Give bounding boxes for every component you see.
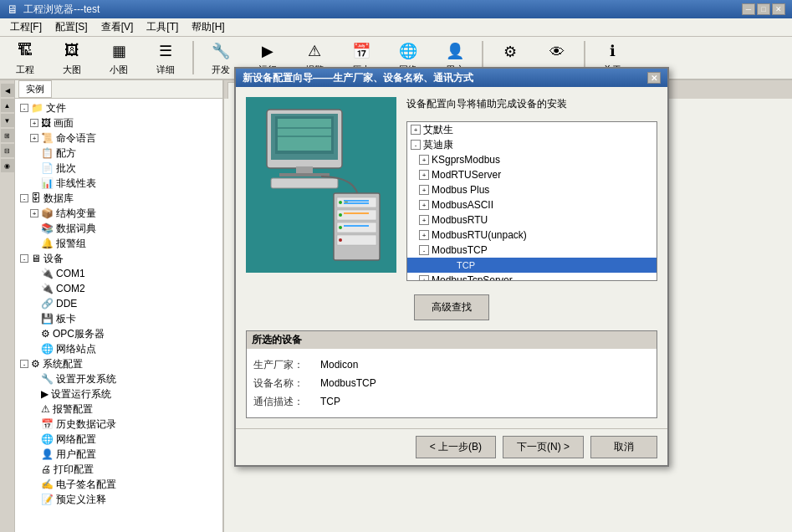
opc-label: OPC服务器 bbox=[53, 327, 105, 341]
tree-node-sys-config[interactable]: - ⚙ 系统配置 bbox=[17, 356, 221, 371]
esign-cfg-label: 电子签名配置 bbox=[56, 478, 116, 492]
tl-node-ksgprs[interactable]: + KSgprsModbus bbox=[407, 152, 657, 167]
side-icon-5[interactable]: ⊟ bbox=[1, 144, 14, 157]
tl-expand-modrtu[interactable]: + bbox=[419, 170, 429, 180]
menu-project[interactable]: 工程[F] bbox=[3, 18, 49, 36]
tl-node-aimousheng[interactable]: + 艾默生 bbox=[407, 122, 657, 137]
tree-node-network-node[interactable]: 🌐 网络站点 bbox=[17, 341, 221, 356]
svg-rect-22 bbox=[344, 225, 369, 227]
tree-node-dde[interactable]: 🔗 DDE bbox=[17, 296, 221, 311]
toolbar-small-view-label: 小图 bbox=[110, 64, 128, 76]
tree-node-board[interactable]: 💾 板卡 bbox=[17, 311, 221, 326]
expand-devices[interactable]: - bbox=[20, 254, 28, 263]
tree-node-alarm-cfg[interactable]: ⚠ 报警配置 bbox=[17, 402, 221, 417]
tree-node-history-data[interactable]: 📅 历史数据记录 bbox=[17, 417, 221, 432]
expand-files[interactable]: - bbox=[20, 104, 28, 112]
tl-node-modbus-ascii[interactable]: + ModbusASCII bbox=[407, 197, 657, 212]
tree-node-nonlinear[interactable]: 📊 非线性表 bbox=[17, 176, 221, 191]
side-icon-2[interactable]: ▲ bbox=[1, 99, 14, 112]
com2-icon: 🔌 bbox=[41, 283, 54, 294]
com1-icon: 🔌 bbox=[41, 268, 54, 279]
side-icon-6[interactable]: ◉ bbox=[1, 159, 14, 172]
alarm-icon: ⚠ bbox=[303, 39, 326, 62]
manufacturer-tree[interactable]: + 艾默生 - 莫迪康 + KSgprsModbus + ModRTUServ bbox=[406, 121, 657, 281]
history-icon: 📅 bbox=[350, 39, 373, 62]
tree-node-devices[interactable]: - 🖥 设备 bbox=[17, 251, 221, 266]
tl-expand-modbus-tcp-server[interactable]: + bbox=[419, 275, 429, 281]
tree-node-user-cfg[interactable]: 👤 用户配置 bbox=[17, 447, 221, 462]
expand-struct-var[interactable]: + bbox=[30, 209, 38, 217]
cancel-button[interactable]: 取消 bbox=[590, 436, 657, 458]
run-sys-icon: ▶ bbox=[41, 388, 49, 400]
tl-node-modikon[interactable]: - 莫迪康 bbox=[407, 137, 657, 152]
menu-tools[interactable]: 工具[T] bbox=[140, 18, 185, 36]
menu-config[interactable]: 配置[S] bbox=[49, 18, 95, 36]
advanced-search-button[interactable]: 高级查找 bbox=[414, 294, 489, 320]
minimize-button[interactable]: ─ bbox=[742, 3, 755, 15]
tree-node-dev-sys[interactable]: 🔧 设置开发系统 bbox=[17, 371, 221, 386]
tree-node-com2[interactable]: 🔌 COM2 bbox=[17, 281, 221, 296]
predefine-label: 预定义注释 bbox=[56, 493, 106, 507]
toolbar-detail-label: 详细 bbox=[156, 64, 175, 76]
tree-node-print-cfg[interactable]: 🖨 打印配置 bbox=[17, 462, 221, 477]
dialog-close-button[interactable]: ✕ bbox=[647, 72, 661, 84]
expand-commands[interactable]: + bbox=[30, 134, 38, 142]
tree-node-screens[interactable]: + 🖼 画面 bbox=[17, 115, 221, 130]
tl-label-tcp: TCP bbox=[452, 260, 480, 270]
tree-node-predefine[interactable]: 📝 预定义注释 bbox=[17, 492, 221, 507]
tl-node-modbus-tcp-server[interactable]: + ModbusTcpServer bbox=[407, 273, 657, 281]
tl-expand-modbus-tcp[interactable]: - bbox=[419, 245, 429, 255]
expand-sys-config[interactable]: - bbox=[20, 360, 28, 368]
expand-database[interactable]: - bbox=[20, 194, 28, 202]
expand-screens[interactable]: + bbox=[30, 119, 38, 127]
tl-expand-aimousheng[interactable]: + bbox=[411, 125, 421, 135]
tree-node-net-cfg[interactable]: 🌐 网络配置 bbox=[17, 432, 221, 447]
tl-node-modrtu[interactable]: + ModRTUServer bbox=[407, 167, 657, 182]
svg-point-18 bbox=[339, 238, 342, 242]
tree-node-opc[interactable]: ⚙ OPC服务器 bbox=[17, 326, 221, 341]
maximize-button[interactable]: □ bbox=[757, 3, 770, 15]
tl-node-modbusrtu-unpack[interactable]: + ModbusRTU(unpack) bbox=[407, 228, 657, 243]
run-icon: ▶ bbox=[256, 39, 279, 62]
tree-node-run-sys[interactable]: ▶ 设置运行系统 bbox=[17, 386, 221, 402]
tl-node-modbus-rtu[interactable]: + ModbusRTU bbox=[407, 212, 657, 228]
prev-button[interactable]: < 上一步(B) bbox=[416, 436, 496, 458]
close-button[interactable]: ✕ bbox=[772, 3, 785, 15]
about-icon: ℹ bbox=[600, 39, 624, 62]
toolbar-project[interactable]: 🏗 工程 bbox=[3, 38, 47, 77]
tree-node-files[interactable]: - 📁 文件 bbox=[17, 100, 221, 115]
tree-node-struct-var[interactable]: + 📦 结构变量 bbox=[17, 206, 221, 221]
menu-help[interactable]: 帮助[H] bbox=[185, 18, 231, 36]
toolbar-detail[interactable]: ☰ 详细 bbox=[144, 38, 187, 77]
tl-node-modbus-tcp[interactable]: - ModbusTCP bbox=[407, 243, 657, 258]
menu-view[interactable]: 查看[V] bbox=[95, 18, 141, 36]
side-icon-4[interactable]: ⊞ bbox=[1, 129, 14, 142]
tl-expand-modbus-plus[interactable]: + bbox=[419, 185, 429, 195]
side-icon-3[interactable]: ▼ bbox=[1, 114, 14, 127]
tree-node-commands[interactable]: + 📜 命令语言 bbox=[17, 130, 221, 146]
run-sys-label: 设置运行系统 bbox=[51, 387, 111, 402]
tl-node-modbus-plus[interactable]: + Modbus Plus bbox=[407, 182, 657, 197]
tree-node-data-dict[interactable]: 📚 数据词典 bbox=[17, 221, 221, 236]
tl-node-tcp[interactable]: TCP bbox=[407, 258, 657, 273]
side-icon-1[interactable]: ◀ bbox=[1, 84, 14, 97]
tl-expand-modbus-ascii[interactable]: + bbox=[419, 200, 429, 210]
tl-expand-ksgprs[interactable]: + bbox=[419, 155, 429, 165]
tree-node-batch[interactable]: 📄 批次 bbox=[17, 161, 221, 176]
tl-expand-modikon[interactable]: - bbox=[411, 140, 421, 150]
toolbar-big-view[interactable]: 🖼 大图 bbox=[50, 38, 94, 77]
svg-rect-20 bbox=[344, 202, 369, 204]
next-button[interactable]: 下一页(N) > bbox=[503, 436, 584, 458]
net-cfg-label: 网络配置 bbox=[56, 432, 96, 447]
toolbar-small-view[interactable]: ▦ 小图 bbox=[97, 38, 141, 77]
devices-icon: 🖥 bbox=[31, 253, 41, 264]
tree-node-alarm-group[interactable]: 🔔 报警组 bbox=[17, 236, 221, 251]
tree-tab-instance[interactable]: 实例 bbox=[18, 80, 52, 98]
tl-expand-modbusrtu-unpack[interactable]: + bbox=[419, 230, 429, 240]
tree-node-esign-cfg[interactable]: ✍ 电子签名配置 bbox=[17, 477, 221, 492]
tree-node-formula[interactable]: 📋 配方 bbox=[17, 146, 221, 161]
network-node-label: 网络站点 bbox=[56, 342, 96, 356]
tl-expand-modbus-rtu[interactable]: + bbox=[419, 215, 429, 225]
tree-node-database[interactable]: - 🗄 数据库 bbox=[17, 191, 221, 206]
tree-node-com1[interactable]: 🔌 COM1 bbox=[17, 266, 221, 281]
